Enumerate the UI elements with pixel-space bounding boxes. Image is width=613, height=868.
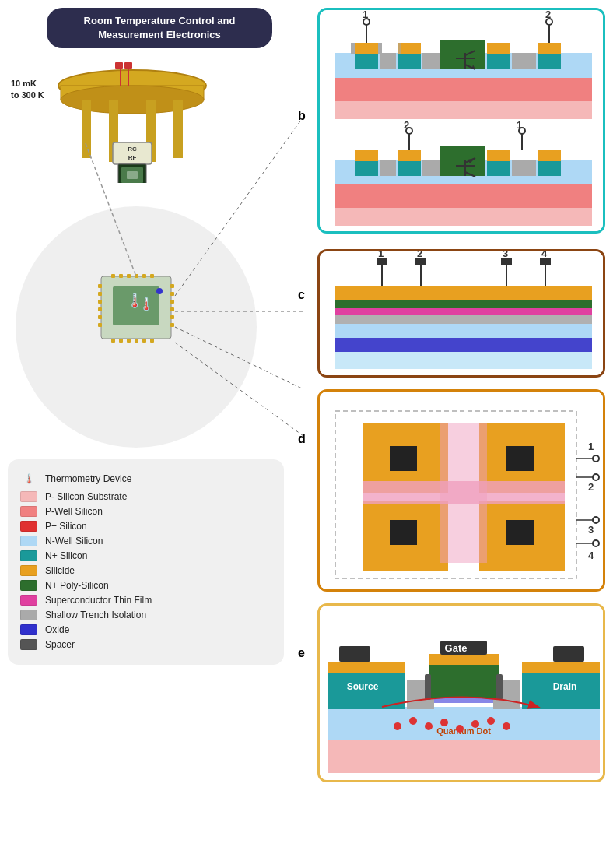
svg-point-179 [440,719,448,726]
svg-rect-39 [170,300,174,304]
swatch-oxide [20,624,37,635]
svg-rect-43 [113,286,159,325]
svg-rect-96 [380,160,396,176]
svg-rect-164 [429,664,499,698]
svg-rect-118 [335,338,592,352]
legend-item-thermometry: 🌡️ Thermometry Device [20,470,271,487]
svg-rect-53 [335,100,592,119]
svg-rect-117 [335,324,592,338]
svg-point-181 [471,720,479,728]
legend-label-sti: Shallow Trench Isolation [45,610,146,620]
legend-item-p-silicon-substrate: P- Silicon Substrate [20,491,271,502]
svg-text:2: 2 [545,10,551,20]
temp-label: 10 mKto 300 K [11,78,44,102]
section-label-b: b [298,109,306,123]
svg-rect-62 [487,43,510,54]
svg-rect-98 [512,160,536,176]
svg-rect-119 [335,352,592,369]
svg-rect-85 [335,206,592,226]
legend-item-spacer: Spacer [20,639,271,650]
legend-item-n-plus-silicon: N+ Silicon [20,550,271,561]
svg-rect-166 [496,674,503,700]
svg-point-145 [593,455,599,462]
svg-line-49 [175,327,303,389]
svg-rect-167 [328,662,405,673]
svg-rect-60 [355,43,378,54]
svg-rect-157 [328,738,600,773]
svg-rect-170 [339,646,370,662]
svg-rect-57 [398,53,421,69]
svg-rect-114 [335,300,592,308]
svg-text:Quantum Dot: Quantum Dot [436,726,491,736]
svg-text:🌡️: 🌡️ [138,297,154,311]
legend-label-thermometry: Thermometry Device [45,473,131,484]
svg-rect-88 [355,160,378,176]
svg-rect-9 [115,62,123,69]
left-panel: Room Temperature Control and Measurement… [0,0,303,868]
svg-rect-10 [124,62,132,69]
diagram-box-e: Gate Source Drain Quantum Dot [317,603,605,782]
swatch-sti [20,610,37,620]
diagram-box-d: 1 2 3 4 [317,389,605,592]
swatch-n-poly-silicon [20,580,37,591]
legend-label-n-poly-silicon: N+ Poly-Silicon [45,580,109,591]
swatch-n-plus-silicon [20,550,37,561]
svg-rect-54 [335,76,592,101]
svg-text:2: 2 [404,119,409,131]
svg-rect-42 [170,323,174,327]
svg-rect-6 [173,100,183,158]
legend-label-n-well-silicon: N-Well Silicon [45,536,103,546]
svg-rect-169 [522,662,600,673]
svg-rect-81 [378,43,382,54]
svg-rect-25 [111,339,115,343]
svg-rect-141 [390,520,417,545]
svg-rect-18 [101,276,171,339]
legend-item-n-well-silicon: N-Well Silicon [20,536,271,546]
swatch-p-well-silicon [20,506,37,517]
svg-point-46 [156,288,163,294]
svg-text:1: 1 [588,441,594,452]
svg-text:RC: RC [128,146,137,153]
svg-text:Source: Source [347,681,379,692]
svg-rect-165 [425,674,431,700]
svg-text:3: 3 [503,251,508,259]
swatch-silicide [20,565,37,576]
svg-rect-89 [398,160,421,176]
svg-rect-35 [98,315,102,319]
svg-rect-99 [440,146,464,176]
svg-rect-36 [98,323,102,327]
svg-rect-22 [135,274,138,278]
svg-rect-3 [82,100,91,158]
svg-text:1: 1 [517,119,522,131]
svg-text:4: 4 [588,550,594,561]
svg-rect-67 [440,40,464,69]
svg-text:Gate: Gate [445,642,468,654]
svg-text:3: 3 [588,524,594,536]
svg-rect-113 [335,286,592,300]
section-label-d: d [298,432,306,446]
legend-item-n-poly-silicon: N+ Poly-Silicon [20,580,271,591]
svg-rect-168 [429,654,499,665]
diagram-box-b: 1 2 [317,8,605,234]
swatch-p-silicon-substrate [20,491,37,502]
svg-rect-90 [487,160,510,176]
svg-rect-93 [398,150,421,161]
legend-label-p-plus-silicon: P+ Silicon [45,521,87,532]
svg-rect-23 [142,274,146,278]
legend-item-p-well-silicon: P-Well Silicon [20,506,271,517]
svg-rect-38 [170,292,174,296]
diagram-box-c: 1 2 3 4 [317,249,605,378]
section-label-c: c [298,288,305,302]
right-panel: b 🌡️ c 🌡️ d 🌡️ e 🌡️ [294,0,613,868]
svg-point-17 [16,206,257,448]
svg-text:4: 4 [541,251,548,259]
legend-item-oxide: Oxide [20,624,271,635]
svg-rect-30 [150,339,154,343]
svg-rect-86 [335,183,592,208]
svg-rect-80 [351,43,355,54]
svg-rect-19 [111,274,115,278]
svg-text:Drain: Drain [553,681,577,692]
legend-item-p-plus-silicon: P+ Silicon [20,521,271,532]
svg-rect-56 [355,53,378,69]
svg-point-182 [487,717,495,725]
